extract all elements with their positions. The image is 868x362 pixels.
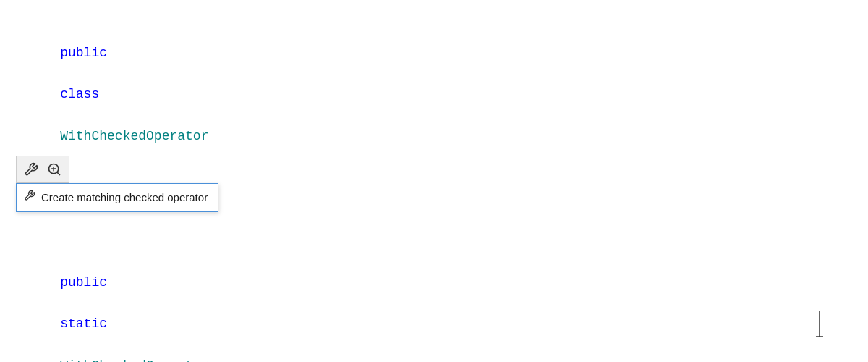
- keyword-public: public: [60, 46, 107, 60]
- code-line-1: public class WithCheckedOperator: [29, 22, 839, 168]
- keyword-class: class: [60, 87, 99, 101]
- menu-item-label: Create matching checked operator: [41, 189, 208, 206]
- menu-wrench-icon: [24, 188, 35, 207]
- code-line-3: public static WithCheckedOperator operat…: [29, 230, 839, 362]
- svg-line-1: [57, 172, 60, 175]
- text-cursor: [814, 311, 825, 340]
- classname: WithCheckedOperator: [60, 129, 208, 143]
- code-editor: public class WithCheckedOperator { publi…: [0, 0, 868, 362]
- action-tooltip[interactable]: Create matching checked operator: [16, 156, 218, 212]
- wrench-icon[interactable]: [21, 159, 41, 180]
- action-icons-row[interactable]: [16, 156, 69, 183]
- create-matching-checked-operator-item[interactable]: Create matching checked operator: [16, 183, 218, 212]
- search-icon[interactable]: [44, 159, 64, 180]
